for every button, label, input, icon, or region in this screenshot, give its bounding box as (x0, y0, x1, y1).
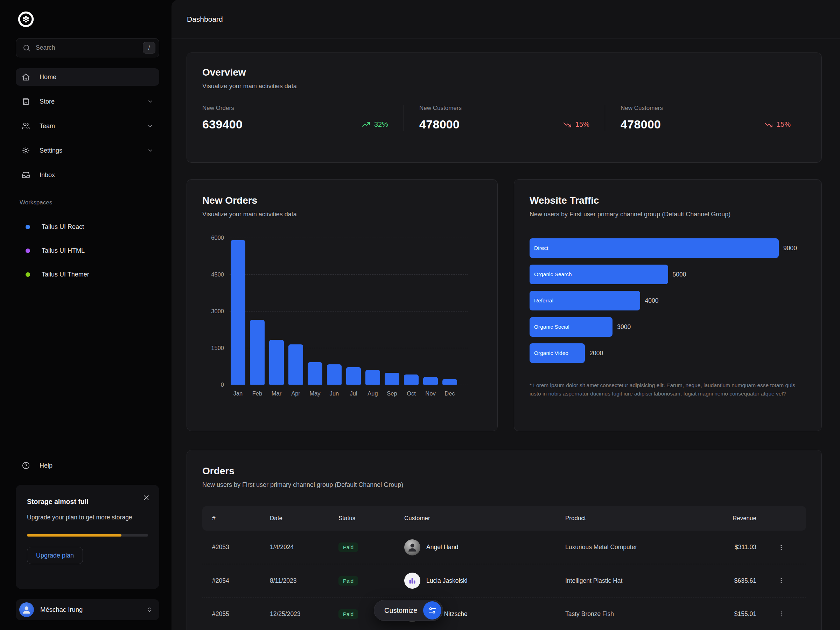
traffic-bar-organic-video[interactable]: Organic Video (529, 343, 585, 363)
traffic-bar-organic-search[interactable]: Organic Search (529, 265, 668, 284)
bar-feb[interactable] (250, 320, 265, 385)
traffic-bar-label: Direct (534, 245, 548, 251)
sidebar-item-inbox[interactable]: Inbox (16, 166, 159, 184)
row-menu-button[interactable] (775, 574, 788, 587)
traffic-bar-direct[interactable]: Direct (529, 238, 779, 258)
row-menu-button[interactable] (775, 541, 788, 554)
x-axis-tick-label: Jul (346, 390, 361, 397)
x-axis-tick-label: Jun (327, 390, 342, 397)
sidebar-item-label: Store (39, 98, 55, 105)
trending-down-icon (764, 120, 773, 129)
settings-icon (22, 146, 30, 155)
trending-down-icon (563, 120, 572, 129)
traffic-bar-value: 9000 (783, 245, 797, 252)
traffic-bar-organic-social[interactable]: Organic Social (529, 317, 613, 337)
traffic-bar-value: 3000 (617, 324, 631, 331)
traffic-bar-label: Organic Search (534, 271, 572, 278)
bar-jan[interactable] (231, 240, 245, 385)
cell-status: Paid (338, 543, 404, 552)
workspace-item[interactable]: Tailus UI Themer (16, 271, 159, 278)
help-icon (22, 461, 30, 470)
stat-value: 639400 (202, 118, 243, 131)
overview-stats: New Orders63940032%New Customers47800015… (202, 105, 806, 131)
bar-mar[interactable] (269, 340, 284, 385)
x-axis-tick-label: Oct (404, 390, 418, 397)
cell-revenue: $155.01 (714, 610, 756, 618)
column-header-status: Status (338, 515, 404, 522)
search-shortcut-kbd: / (143, 42, 155, 54)
sidebar-item-label: Team (39, 123, 55, 130)
customer-avatar (404, 573, 420, 589)
stat-label: New Customers (621, 105, 791, 112)
close-icon[interactable] (142, 494, 150, 502)
sliders-icon[interactable] (423, 601, 441, 619)
new-orders-chart-card: New Orders Visualize your main activitie… (186, 179, 498, 431)
workspaces-list: Tailus UI ReactTailus UI HTMLTailus UI T… (16, 223, 159, 278)
cell-revenue: $311.03 (714, 543, 756, 551)
search-input[interactable] (36, 44, 138, 51)
stat-label: New Customers (419, 105, 589, 112)
workspace-item[interactable]: Tailus UI React (16, 223, 159, 231)
workspace-label: Tailus UI Themer (42, 271, 89, 278)
y-axis-tick-label: 4500 (202, 271, 224, 278)
cell-customer: Angel Hand (404, 539, 565, 556)
chevrons-up-down-icon (146, 606, 153, 613)
column-header-product: Product (565, 515, 714, 522)
bar-jun[interactable] (327, 364, 342, 385)
stat-delta-value: 15% (777, 120, 791, 128)
bar-jul[interactable] (346, 367, 361, 385)
x-axis-tick-label: Apr (288, 390, 303, 397)
bar-sep[interactable] (385, 373, 399, 385)
orders-subtitle: New users by First user primary channel … (202, 481, 806, 489)
bar-aug[interactable] (365, 370, 380, 385)
stat-1: New Customers47800015% (404, 105, 605, 131)
y-axis-tick-label: 3000 (202, 308, 224, 315)
bar-dec[interactable] (442, 379, 457, 385)
workspace-item[interactable]: Tailus UI HTML (16, 247, 159, 254)
y-axis-tick-label: 1500 (202, 345, 224, 351)
chart-plot-area (230, 238, 467, 385)
column-header-revenue: Revenue (714, 515, 756, 522)
bar-nov[interactable] (423, 377, 438, 385)
traffic-row: Organic Search5000 (529, 265, 806, 284)
bar-may[interactable] (308, 362, 322, 385)
team-icon (22, 122, 30, 130)
sidebar-item-home[interactable]: Home (16, 68, 159, 86)
upgrade-plan-button[interactable]: Upgrade plan (27, 547, 83, 564)
cell-product: Luxurious Metal Computer (565, 543, 714, 551)
table-row[interactable]: #20548/11/2023PaidLucia JaskolskiIntelli… (202, 564, 806, 597)
store-icon (22, 97, 30, 106)
sidebar-item-settings[interactable]: Settings (16, 142, 159, 159)
website-traffic-card: Website Traffic New users by First user … (514, 179, 822, 431)
y-axis-tick-label: 0 (202, 382, 224, 388)
bar-oct[interactable] (404, 374, 418, 385)
table-row[interactable]: #20531/4/2024PaidAngel HandLuxurious Met… (202, 531, 806, 564)
traffic-bar-referral[interactable]: Referral (529, 291, 640, 311)
traffic-bar-value: 4000 (645, 297, 658, 305)
main-panel: Dashboard Overview Visualize your main a… (172, 0, 840, 630)
sidebar-item-help[interactable]: Help (16, 461, 159, 470)
traffic-bar-value: 2000 (589, 350, 603, 357)
stat-2: New Customers47800015% (605, 105, 806, 131)
sidebar-item-store[interactable]: Store (16, 93, 159, 110)
search-box: / (16, 38, 159, 57)
sidebar-item-team[interactable]: Team (16, 117, 159, 135)
app-root: / HomeStoreTeamSettingsInbox Workspaces … (0, 0, 840, 630)
table-row[interactable]: #205512/25/2023PaidShem NitzscheTasty Br… (202, 597, 806, 630)
column-header-customer: Customer (404, 515, 565, 522)
column-header-id: # (212, 515, 270, 522)
bar-apr[interactable] (288, 344, 303, 385)
cell-product: Intelligent Plastic Hat (565, 577, 714, 584)
chevron-down-icon (147, 98, 154, 105)
customize-button[interactable]: Customize (374, 600, 443, 621)
user-menu-button[interactable]: Méschac Irung (16, 599, 159, 620)
x-axis-tick-label: Mar (269, 390, 284, 397)
traffic-bar-label: Referral (534, 297, 553, 304)
overview-subtitle: Visualize your main activities data (202, 83, 806, 90)
traffic-row: Organic Video2000 (529, 343, 806, 363)
workspace-label: Tailus UI React (42, 223, 84, 231)
row-menu-button[interactable] (775, 608, 788, 620)
overview-card: Overview Visualize your main activities … (186, 52, 822, 163)
traffic-bar-value: 5000 (673, 271, 686, 278)
sidebar-item-label: Inbox (39, 172, 55, 179)
